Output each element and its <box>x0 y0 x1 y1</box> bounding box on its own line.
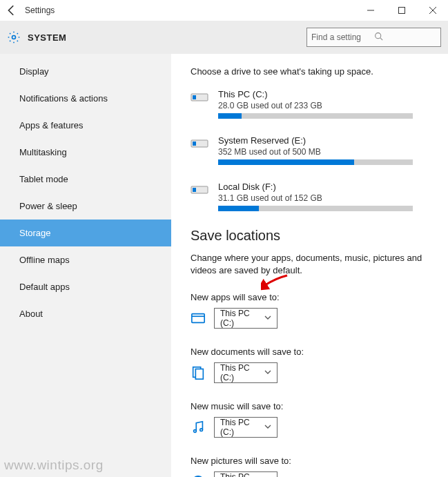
search-input[interactable]: Find a setting <box>306 28 441 47</box>
save-locations-title: Save locations <box>191 228 429 244</box>
dropdown-value: This PC (C:) <box>220 309 264 328</box>
save-location-dropdown[interactable]: This PC (C:) <box>214 362 277 383</box>
gear-icon <box>7 30 21 44</box>
drive-name: Local Disk (F:) <box>218 182 429 192</box>
sidebar-item-apps-features[interactable]: Apps & features <box>0 112 171 139</box>
save-location-label: New music will save to: <box>191 401 429 411</box>
chevron-down-icon <box>264 313 271 323</box>
pictures-icon <box>191 474 206 477</box>
sidebar-item-multitasking[interactable]: Multitasking <box>0 139 171 166</box>
storage-lead-text: Choose a drive to see what's taking up s… <box>191 66 429 77</box>
svg-point-18 <box>200 429 203 431</box>
save-location-label: New apps will save to: <box>191 292 429 302</box>
drive-usage-bar <box>218 206 413 211</box>
drive-usage-text: 352 MB used out of 500 MB <box>218 147 429 157</box>
svg-point-5 <box>375 33 380 39</box>
documents-icon <box>191 365 206 380</box>
sidebar-item-tablet-mode[interactable]: Tablet mode <box>0 166 171 193</box>
drive-usage-bar <box>218 159 413 165</box>
save-location-label: New pictures will save to: <box>191 456 429 466</box>
svg-rect-8 <box>193 95 196 99</box>
minimize-button[interactable] <box>355 0 386 21</box>
maximize-button[interactable] <box>386 0 417 21</box>
drive-icon <box>191 89 208 104</box>
sidebar: DisplayNotifications & actionsApps & fea… <box>0 54 171 477</box>
page-title: SYSTEM <box>28 32 66 43</box>
drive-name: System Reserved (E:) <box>218 135 429 146</box>
search-placeholder: Find a setting <box>311 32 374 42</box>
drive-usage-text: 28.0 GB used out of 233 GB <box>218 101 429 110</box>
svg-rect-12 <box>193 188 196 192</box>
sidebar-item-notifications-actions[interactable]: Notifications & actions <box>0 85 171 112</box>
watermark: www.wintips.org <box>4 458 104 473</box>
save-location-label: New documents will save to: <box>191 347 429 357</box>
drive-usage-bar <box>218 113 413 119</box>
drive-icon <box>191 182 208 197</box>
window-title: Settings <box>25 6 55 15</box>
save-location-item: New music will save to:This PC (C:) <box>191 401 429 438</box>
apps-icon <box>191 311 206 326</box>
dropdown-value: This PC (C:) <box>220 472 264 477</box>
save-location-dropdown[interactable]: This PC (C:) <box>214 417 277 438</box>
drive-icon <box>191 135 208 150</box>
sidebar-item-offline-maps[interactable]: Offline maps <box>0 246 171 273</box>
music-icon <box>191 420 206 435</box>
save-location-item: New documents will save to:This PC (C:) <box>191 347 429 383</box>
drive-name: This PC (C:) <box>218 89 429 99</box>
svg-point-17 <box>194 430 197 433</box>
sidebar-item-display[interactable]: Display <box>0 58 171 85</box>
sidebar-item-storage[interactable]: Storage <box>0 220 171 246</box>
svg-rect-16 <box>195 369 203 380</box>
svg-rect-13 <box>192 314 204 323</box>
drive-row[interactable]: Local Disk (F:)31.1 GB used out of 152 G… <box>191 182 429 211</box>
save-location-dropdown[interactable]: This PC (C:) <box>214 471 277 477</box>
chevron-down-icon <box>264 422 271 432</box>
back-icon[interactable] <box>6 4 18 17</box>
svg-line-6 <box>380 38 382 40</box>
chevron-down-icon <box>264 368 271 378</box>
search-icon <box>374 32 437 43</box>
save-location-item: New pictures will save to:This PC (C:) <box>191 456 429 477</box>
header: SYSTEM Find a setting <box>0 21 448 54</box>
sidebar-item-default-apps[interactable]: Default apps <box>0 273 171 300</box>
drive-row[interactable]: This PC (C:)28.0 GB used out of 233 GB <box>191 89 429 119</box>
content: Choose a drive to see what's taking up s… <box>171 54 448 477</box>
save-location-dropdown[interactable]: This PC (C:) <box>214 308 277 329</box>
sidebar-item-about[interactable]: About <box>0 300 171 327</box>
save-locations-desc: Change where your apps, documents, music… <box>191 252 429 277</box>
save-location-item: New apps will save to:This PC (C:) <box>191 292 429 329</box>
svg-rect-1 <box>398 7 405 13</box>
svg-point-4 <box>12 36 16 39</box>
dropdown-value: This PC (C:) <box>220 418 264 437</box>
titlebar: Settings <box>0 0 448 21</box>
close-button[interactable] <box>417 0 448 21</box>
drive-usage-text: 31.1 GB used out of 152 GB <box>218 193 429 203</box>
dropdown-value: This PC (C:) <box>220 363 264 382</box>
svg-rect-10 <box>193 142 196 146</box>
sidebar-item-power-sleep[interactable]: Power & sleep <box>0 193 171 220</box>
drive-row[interactable]: System Reserved (E:)352 MB used out of 5… <box>191 135 429 165</box>
